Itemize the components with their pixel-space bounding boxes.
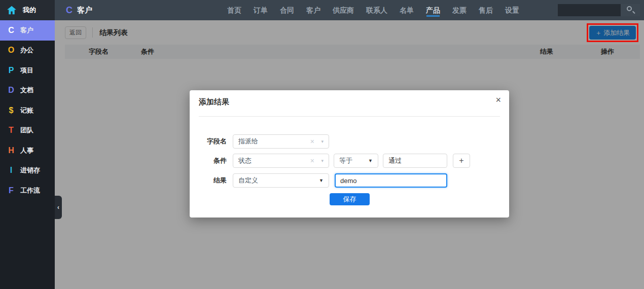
modal-title: 添加结果 [199, 97, 229, 107]
modal-header-divider [199, 116, 500, 117]
field-name-label: 字段名 [190, 134, 227, 149]
close-icon[interactable]: × [495, 95, 501, 104]
nav-tab-suppliers[interactable]: 供应商 [333, 0, 354, 20]
operator-select[interactable]: 等于 ▼ [334, 154, 378, 168]
home-icon [7, 6, 17, 15]
result-type-select-value: 自定义 [238, 176, 258, 184]
nav-tab-settings[interactable]: 设置 [505, 0, 519, 20]
sidebar-item-label: 客户 [20, 26, 33, 35]
clear-icon[interactable]: × [310, 135, 314, 148]
field-name-select[interactable]: 指派给 × ▾ [233, 134, 329, 149]
brand-icon: C [66, 5, 73, 16]
result-value-input[interactable] [335, 173, 447, 188]
condition-row: 条件 状态 × ▾ 等于 ▼ + [190, 154, 509, 168]
app-brand: C 客户 [66, 0, 92, 20]
hr-module-icon: H [7, 146, 16, 155]
sidebar-item-customer[interactable]: C 客户 [0, 20, 55, 41]
nav-tab-products[interactable]: 产品 [426, 0, 440, 20]
nav-tab-aftersales[interactable]: 售后 [479, 0, 493, 20]
sidebar-item-label: 工作流 [20, 186, 40, 195]
sidebar-item-label: 团队 [20, 126, 33, 135]
nav-tab-contracts[interactable]: 合同 [280, 0, 294, 20]
sidebar-item-label: 项目 [20, 66, 33, 75]
caret-down-icon: ▾ [321, 154, 324, 167]
sidebar-item-mine[interactable]: 我的 [0, 0, 55, 20]
search-button[interactable] [621, 4, 640, 16]
result-type-select[interactable]: 自定义 ▼ [233, 173, 329, 188]
nav-tab-invoices[interactable]: 发票 [452, 0, 467, 20]
save-button[interactable]: 保存 [330, 193, 370, 205]
nav-tab-home[interactable]: 首页 [227, 0, 241, 20]
document-module-icon: D [7, 86, 16, 95]
nav-tab-lists[interactable]: 名单 [400, 0, 414, 20]
sidebar-item-label: 文档 [20, 86, 33, 95]
clear-icon[interactable]: × [310, 154, 314, 167]
search-input[interactable] [558, 4, 621, 16]
sidebar-item-project[interactable]: P 项目 [0, 60, 55, 81]
operator-select-value: 等于 [339, 157, 352, 164]
accounting-module-icon: $ [7, 106, 16, 115]
nav-tab-orders[interactable]: 订单 [254, 0, 268, 20]
sidebar-item-team[interactable]: T 团队 [0, 121, 55, 141]
sidebar-item-label: 人事 [20, 146, 33, 155]
office-module-icon: O [7, 46, 16, 55]
condition-field-select[interactable]: 状态 × ▾ [233, 154, 329, 168]
condition-value-input[interactable] [383, 154, 447, 168]
sidebar-item-inventory[interactable]: I 进销存 [0, 161, 55, 181]
sidebar-item-label: 办公 [20, 46, 33, 55]
nav-tab-customers[interactable]: 客户 [306, 0, 320, 20]
sidebar-item-accounting[interactable]: $ 记账 [0, 100, 55, 121]
top-nav: 首页 订单 合同 客户 供应商 联系人 名单 产品 发票 售后 设置 [227, 0, 519, 20]
caret-down-icon: ▼ [319, 174, 324, 187]
sidebar-item-office[interactable]: O 办公 [0, 41, 55, 61]
condition-label: 条件 [190, 154, 227, 168]
sidebar-item-label: 记账 [20, 106, 33, 115]
sidebar: 我的 C 客户 O 办公 P 项目 D 文档 $ 记账 T 团队 H 人事 I … [0, 0, 55, 289]
condition-field-select-value: 状态 [238, 157, 252, 164]
sidebar-collapse-handle[interactable]: ‹ [55, 196, 62, 219]
caret-down-icon: ▼ [368, 154, 373, 167]
result-label: 结果 [190, 173, 227, 188]
top-header: C 客户 首页 订单 合同 客户 供应商 联系人 名单 产品 发票 售后 设置 [55, 0, 644, 20]
chevron-left-icon: ‹ [57, 204, 59, 211]
caret-down-icon: ▾ [321, 135, 324, 148]
sidebar-item-hr[interactable]: H 人事 [0, 140, 55, 161]
sidebar-item-label: 进销存 [20, 166, 40, 175]
result-row: 结果 自定义 ▼ [190, 173, 509, 188]
project-module-icon: P [7, 66, 16, 75]
header-search [558, 4, 640, 16]
sidebar-item-workflow[interactable]: F 工作流 [0, 180, 55, 201]
brand-label: 客户 [77, 6, 92, 15]
field-name-row: 字段名 指派给 × ▾ [190, 134, 509, 149]
customer-module-icon: C [7, 26, 16, 35]
inventory-module-icon: I [7, 166, 16, 175]
sidebar-item-document[interactable]: D 文档 [0, 81, 55, 101]
field-name-select-value: 指派给 [238, 137, 258, 145]
search-icon [627, 6, 632, 11]
add-result-modal: 添加结果 × 字段名 指派给 × ▾ 条件 状态 × ▾ 等于 ▼ + 结果 自… [190, 90, 509, 218]
sidebar-item-label: 我的 [23, 6, 36, 15]
add-condition-button[interactable]: + [453, 154, 470, 168]
workflow-module-icon: F [7, 186, 16, 195]
team-module-icon: T [7, 126, 16, 135]
nav-tab-contacts[interactable]: 联系人 [366, 0, 387, 20]
